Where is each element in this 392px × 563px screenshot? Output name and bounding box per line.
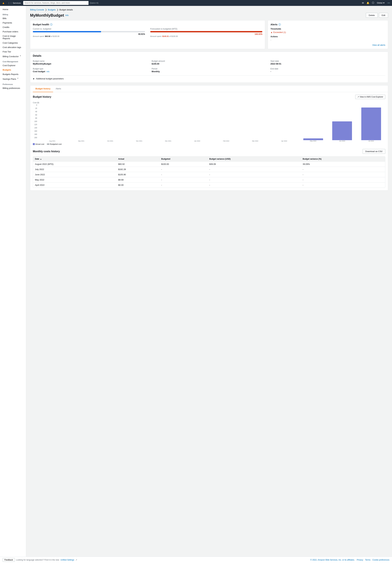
external-link-icon-settings: ↗	[76, 559, 77, 561]
view-in-explorer-button[interactable]: ↗ View in AWS Cost Explorer	[355, 95, 385, 99]
table-header-row: Date ▲ Actual Budgeted Budget variance (…	[33, 156, 385, 162]
details-title: Details	[33, 54, 385, 57]
edit-button[interactable]: Edit	[379, 13, 388, 18]
actions-label: Actions	[270, 36, 385, 38]
sidebar-item-home[interactable]: Home	[0, 7, 26, 12]
chart-x-label-6: Feb 2022	[212, 140, 240, 142]
sidebar-item-purchase-orders[interactable]: Purchase orders	[0, 29, 26, 34]
feedback-button[interactable]: Feedback	[3, 558, 15, 562]
sidebar-item-budgets-reports[interactable]: Budgets Reports	[0, 72, 26, 77]
unified-settings-link[interactable]: Unified Settings	[61, 559, 74, 561]
col-variance-pct[interactable]: Budget variance (%)	[301, 156, 385, 162]
view-all-alerts-link[interactable]: View all alerts	[270, 44, 385, 46]
start-date-value: 2022-08-01	[270, 63, 385, 65]
actions-value: -	[270, 39, 385, 41]
cell-date-1: July 2022	[33, 167, 116, 172]
cell-date-2: June 2022	[33, 172, 116, 177]
tab-budget-history[interactable]: Budget history	[33, 85, 53, 92]
table-row: August 2022 (MTD)$60.92$100.00$39.0939.0…	[33, 162, 385, 167]
chart-x-label-10: Jun 2022	[328, 140, 356, 142]
breadcrumb-billing-console[interactable]: Billing Console	[30, 9, 44, 11]
cell-variance_pct-3: -	[301, 177, 385, 182]
alerts-title: Alerts i	[270, 23, 385, 26]
bottom-bar: Feedback Looking for language selection?…	[0, 557, 392, 563]
cell-variance_pct-0: 39.09%	[301, 162, 385, 167]
col-variance-usd[interactable]: Budget variance (USD)	[207, 156, 301, 162]
page-title-info-badge[interactable]: Info	[65, 14, 69, 16]
bell-icon[interactable]: 🔔	[367, 2, 369, 4]
detail-budget-amount: Budget amount $100.00	[152, 60, 266, 65]
chart-bar-9	[303, 138, 323, 140]
chart-bars	[38, 104, 385, 140]
chart-col-10	[328, 104, 356, 140]
table-row: May 2022$9.68---	[33, 177, 385, 182]
tab-alerts[interactable]: Alerts	[53, 85, 64, 92]
sidebar-item-billing-conductor[interactable]: Billing Conductor ↗	[0, 54, 26, 59]
detail-budget-name: Budget name MyMonthlyBudget	[33, 60, 148, 65]
page-header: MyMonthlyBudget Info Delete Edit	[30, 13, 388, 18]
health-metrics-row: Current vs. budgeted 60.91% Amount spent…	[33, 28, 262, 37]
external-link-icon: ↗	[20, 55, 21, 57]
search-input[interactable]	[23, 1, 89, 5]
col-budgeted[interactable]: Budgeted	[159, 156, 207, 162]
exceeded-label: Exceeded (1)	[273, 31, 286, 34]
additional-params: ► Additional budget parameters	[33, 75, 385, 80]
sidebar: Home Billing Bills Payments Credits Purc…	[0, 6, 26, 563]
budget-health-info[interactable]: i	[50, 23, 52, 26]
budget-type-info[interactable]: Info	[46, 71, 49, 73]
privacy-link[interactable]: Privacy	[357, 559, 363, 561]
chart-col-9	[299, 104, 328, 140]
budget-history-section: Budget history ↗ View in AWS Cost Explor…	[33, 95, 385, 188]
sidebar-item-free-tier[interactable]: Free Tier	[0, 50, 26, 54]
external-link-icon-savings: ↗	[17, 77, 18, 79]
current-progress-bar	[33, 31, 145, 32]
forecasted-progress-bar	[150, 31, 263, 32]
budget-name-value: MyMonthlyBudget	[33, 63, 148, 65]
sidebar-item-billing-preferences[interactable]: Billing preferences	[0, 86, 26, 90]
additional-params-toggle[interactable]: ► Additional budget parameters	[33, 77, 64, 80]
delete-button[interactable]: Delete	[366, 13, 378, 18]
help-icon[interactable]: ⓘ	[372, 1, 374, 4]
sidebar-item-cost-allocation-tags[interactable]: Cost allocation tags	[0, 45, 26, 50]
account-button[interactable]	[387, 3, 390, 3]
budget-health-card: Budget health i Current vs. budgeted 60.…	[30, 20, 265, 49]
start-date-label: Start date	[270, 60, 385, 62]
breadcrumb-budgets[interactable]: Budgets	[48, 9, 56, 11]
exceeded-indicator: ▲ Exceeded (1)	[270, 31, 385, 34]
footer-right-links: © 2022, Amazon Web Services, Inc. or its…	[310, 559, 389, 561]
cell-budgeted-1: -	[159, 167, 207, 172]
alerts-info[interactable]: i	[278, 23, 281, 26]
chart-col-2	[96, 104, 125, 140]
sidebar-item-credits[interactable]: Credits	[0, 25, 26, 29]
chart-x-label-4: Dec 2021	[154, 140, 182, 142]
budget-type-label: Budget type	[33, 68, 148, 70]
sidebar-item-cost-categories[interactable]: Cost Categories	[0, 41, 26, 45]
sidebar-item-bills[interactable]: Bills	[0, 16, 26, 21]
global-selector[interactable]: Global ▼	[377, 2, 385, 4]
services-button[interactable]: ⋮⋮ Services	[7, 2, 22, 4]
sidebar-item-savings-plans[interactable]: Savings Plans ↗	[0, 77, 26, 81]
chart-x-label-1: Sep 2021	[67, 140, 96, 142]
cookie-prefs-link[interactable]: Cookie preferences	[372, 559, 389, 561]
cell-actual-3: $9.68	[116, 177, 159, 182]
col-actual[interactable]: Actual	[116, 156, 159, 162]
sidebar-item-cost-usage-reports[interactable]: Cost & Usage Reports	[0, 34, 26, 41]
col-date[interactable]: Date ▲	[33, 156, 116, 162]
budget-history-header: Budget history ↗ View in AWS Cost Explor…	[33, 95, 385, 99]
mail-icon[interactable]: ✉	[362, 2, 364, 4]
tabs-header: Budget history Alerts	[30, 85, 388, 92]
budget-amount-label: Budget amount	[152, 60, 266, 62]
chevron-down-icon: ▼	[383, 2, 385, 4]
tabs-content: Budget history ↗ View in AWS Cost Explor…	[30, 92, 388, 190]
sidebar-item-budgets[interactable]: Budgets	[0, 68, 26, 72]
table-row: April 2022$0.00---	[33, 182, 385, 188]
download-csv-button[interactable]: Download as CSV	[363, 149, 385, 154]
breadcrumb-sep-1: ❯	[45, 9, 47, 11]
terms-link[interactable]: Terms	[365, 559, 370, 561]
cell-variance_usd-4: -	[207, 182, 301, 188]
period-value: Monthly	[152, 70, 266, 73]
sidebar-item-payments[interactable]: Payments	[0, 21, 26, 25]
sidebar-section-preferences: Preferences	[0, 81, 26, 86]
sidebar-item-cost-explorer[interactable]: Cost Explorer	[0, 63, 26, 68]
top-navigation: ▲ ⋮⋮ Services [Option+S] ✉ 🔔 ⓘ Global ▼	[0, 0, 392, 6]
